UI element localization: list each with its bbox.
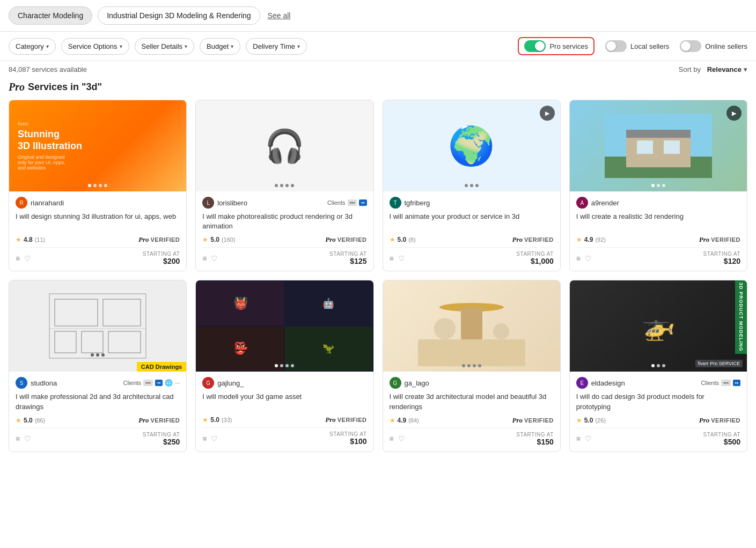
card-item[interactable]: 🌍 ▶ T tgfriberg I will animate your prod… xyxy=(383,100,561,271)
rating-number: 5.0 xyxy=(584,417,593,424)
heart-icon[interactable]: ♡ xyxy=(398,434,405,443)
avatar: G xyxy=(202,377,214,389)
card-seller: E eldadesign Clients ▪▪▪ ▪▪ xyxy=(576,377,740,389)
compare-icon[interactable]: ≡ xyxy=(576,254,581,263)
svg-rect-8 xyxy=(103,299,141,326)
heart-icon[interactable]: ♡ xyxy=(211,254,218,263)
pro-services-label: Pro services xyxy=(549,42,588,50)
avatar: E xyxy=(576,377,588,389)
card-footer: ≡ ♡ STARTING AT $120 xyxy=(576,247,740,265)
seller-details-filter[interactable]: Seller Details ▾ xyxy=(135,38,195,55)
footer-icons: ≡ ♡ xyxy=(202,434,218,443)
rating-number: 5.0 xyxy=(24,417,33,424)
svg-rect-14 xyxy=(461,307,482,339)
see-all-link[interactable]: See all xyxy=(268,11,291,20)
footer-icons: ≡ ♡ xyxy=(576,254,592,263)
svg-rect-5 xyxy=(664,140,680,154)
pro-script-label: Pro xyxy=(9,81,25,93)
delivery-time-filter[interactable]: Delivery Time ▾ xyxy=(246,38,307,55)
rating-number: 4.8 xyxy=(24,236,33,243)
card-item[interactable]: 👹 🤖 👺 🦖 G gajlung_ I will modell your 3d… xyxy=(195,280,373,451)
starting-at: STARTING AT $1,000 xyxy=(516,251,553,265)
heart-icon[interactable]: ♡ xyxy=(398,254,405,263)
card-footer: ≡ ♡ STARTING AT $500 xyxy=(576,428,740,446)
cad-label: CAD Drawings xyxy=(137,362,186,372)
results-count: 84,087 services available xyxy=(9,65,87,73)
chevron-down-icon: ▾ xyxy=(744,65,747,73)
compare-icon[interactable]: ≡ xyxy=(390,254,394,263)
card-seller: L lorislibero Clients ▪▪▪ ▪▪ xyxy=(202,197,366,209)
verified-label: VERIFIED xyxy=(524,417,554,424)
price: $120 xyxy=(703,257,740,265)
pro-services-toggle[interactable] xyxy=(524,40,546,52)
starting-at: STARTING AT $500 xyxy=(703,432,740,446)
card-body: E eldadesign Clients ▪▪▪ ▪▪ I will do ca… xyxy=(570,372,747,451)
card-footer: ≡ ♡ STARTING AT $100 xyxy=(202,427,366,446)
rating-count: (8) xyxy=(408,236,415,243)
compare-icon[interactable]: ≡ xyxy=(390,434,394,443)
verified-label: VERIFIED xyxy=(524,236,554,243)
star-icon: ★ xyxy=(202,236,208,243)
service-options-filter[interactable]: Service Options ▾ xyxy=(61,38,129,55)
footer-icons: ≡ ♡ xyxy=(390,254,405,263)
svg-rect-3 xyxy=(626,130,691,138)
card-item[interactable]: fiverr. Stunning3D Illustration Original… xyxy=(9,100,187,271)
card-title: I will design stunning 3d illustration f… xyxy=(16,212,180,231)
rating-number: 5.0 xyxy=(210,416,219,424)
card-rating: ★ 4.9 (84) Pro VERIFIED xyxy=(390,416,554,425)
rating-number: 5.0 xyxy=(210,236,219,243)
avatar: A xyxy=(576,197,588,209)
verified-label: VERIFIED xyxy=(151,236,180,243)
card-item[interactable]: CAD Drawings S studlona Clients ▪▪▪ ▪▪ 🌐… xyxy=(9,280,187,451)
compare-icon[interactable]: ≡ xyxy=(16,254,20,263)
star-icon: ★ xyxy=(576,236,582,243)
star-icon: ★ xyxy=(16,236,21,243)
heart-icon[interactable]: ♡ xyxy=(585,254,592,263)
card-body: R rianrahardi I will design stunning 3d … xyxy=(9,191,186,271)
heart-icon[interactable]: ♡ xyxy=(211,434,218,443)
local-sellers-toggle-item: Local sellers xyxy=(605,40,669,52)
card-title: I will do cad design 3d product models f… xyxy=(576,392,740,411)
tag-industrial-design[interactable]: Industrial Design 3D Modeling & Renderin… xyxy=(98,6,260,25)
category-filter[interactable]: Category ▾ xyxy=(9,38,56,55)
budget-filter[interactable]: Budget ▾ xyxy=(200,38,240,55)
tag-character-modeling[interactable]: Character Modeling xyxy=(9,6,92,25)
card-item[interactable]: 🚁 3D PRODUCT MODELING fiverr Pro SERVICE… xyxy=(569,280,747,451)
sort-control[interactable]: Sort by Relevance ▾ xyxy=(679,65,747,73)
online-sellers-toggle[interactable] xyxy=(680,40,701,52)
footer-icons: ≡ ♡ xyxy=(576,434,592,443)
card-item[interactable]: G ga_lago I will create 3d architectural… xyxy=(383,280,561,451)
card-item[interactable]: ▶ A a9render I will create a realistic 3… xyxy=(569,100,747,271)
play-icon[interactable]: ▶ xyxy=(726,106,742,121)
starting-at: STARTING AT $120 xyxy=(703,251,740,265)
play-icon[interactable]: ▶ xyxy=(540,106,555,121)
compare-icon[interactable]: ≡ xyxy=(202,254,207,263)
svg-rect-4 xyxy=(637,140,653,154)
chevron-down-icon: ▾ xyxy=(231,43,233,49)
compare-icon[interactable]: ≡ xyxy=(16,434,20,443)
local-sellers-toggle[interactable] xyxy=(605,40,627,52)
compare-icon[interactable]: ≡ xyxy=(202,434,207,443)
rating-count: (11) xyxy=(35,236,46,243)
sort-value: Relevance xyxy=(707,65,742,73)
card-title: I will make photorealistic product rende… xyxy=(202,212,366,231)
heart-icon[interactable]: ♡ xyxy=(24,254,31,263)
heart-icon[interactable]: ♡ xyxy=(585,434,592,443)
pro-label: Pro xyxy=(325,235,336,244)
chevron-down-icon: ▾ xyxy=(297,43,300,49)
compare-icon[interactable]: ≡ xyxy=(576,434,581,443)
verified-label: VERIFIED xyxy=(711,236,740,243)
price: $125 xyxy=(329,257,366,265)
rating-number: 5.0 xyxy=(398,236,407,243)
star-icon: ★ xyxy=(16,417,21,424)
heart-icon[interactable]: ♡ xyxy=(24,434,31,443)
verified-label: VERIFIED xyxy=(151,417,180,424)
card-body: G gajlung_ I will modell your 3d game as… xyxy=(196,372,373,451)
seller-name: lorislibero xyxy=(217,199,247,207)
card-seller: R rianrahardi xyxy=(16,197,180,209)
verified-label: VERIFIED xyxy=(337,236,367,243)
svg-rect-10 xyxy=(82,331,103,353)
chevron-down-icon: ▾ xyxy=(46,43,49,49)
card-title: I will create a realistic 3d rendering xyxy=(576,212,740,231)
card-item[interactable]: 🎧 L lorislibero Clients ▪▪▪ ▪▪ I will ma… xyxy=(195,100,373,271)
